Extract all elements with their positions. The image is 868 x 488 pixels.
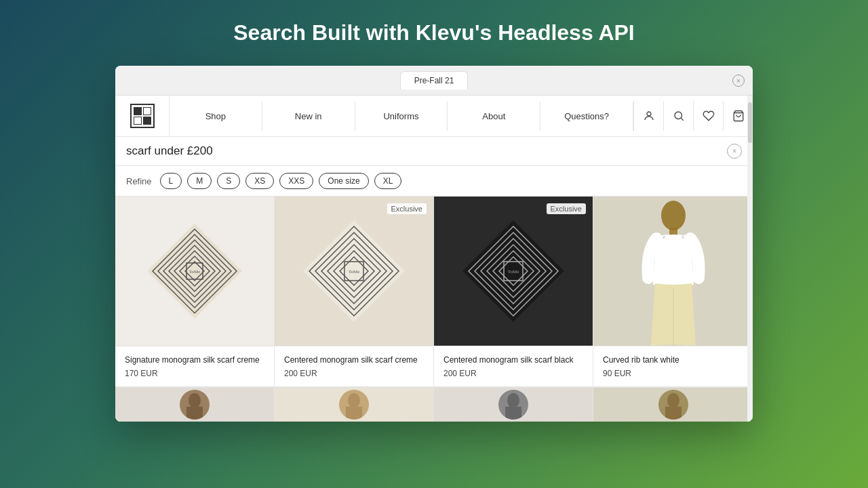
browser-close-button[interactable]: × <box>732 75 745 87</box>
product-price-2: 200 EUR <box>284 369 424 378</box>
svg-point-1 <box>675 112 682 119</box>
product-price-1: 170 EUR <box>125 369 264 378</box>
bottom-item-3[interactable] <box>434 388 593 422</box>
nav-item-questions[interactable]: Questions? <box>540 102 633 131</box>
product-card-3[interactable]: Exclusive ToMe Centered m <box>434 197 593 387</box>
product-price-3: 200 EUR <box>443 369 583 378</box>
bottom-item-4[interactable] <box>593 388 753 422</box>
site-nav: Shop New in Uniforms About Questions? <box>115 96 753 137</box>
product-name-2: Centered monogram silk scarf creme <box>284 354 424 366</box>
search-clear-button[interactable]: × <box>727 144 742 159</box>
size-filter-l[interactable]: L <box>160 173 182 189</box>
size-filter-m[interactable]: M <box>187 173 212 189</box>
account-button[interactable] <box>633 101 663 131</box>
svg-rect-41 <box>346 407 362 420</box>
svg-point-44 <box>667 393 679 408</box>
product-card-4[interactable]: Curved rib tank white 90 EUR <box>593 197 753 387</box>
browser-window: Pre-Fall 21 × Shop New in Uniforms About… <box>115 66 753 422</box>
product-price-4: 90 EUR <box>603 369 743 378</box>
product-image-2: ToMe <box>275 197 433 346</box>
nav-logo[interactable] <box>115 96 170 136</box>
nav-item-new-in[interactable]: New in <box>262 102 355 131</box>
nav-item-shop[interactable]: Shop <box>170 102 262 131</box>
svg-rect-45 <box>665 407 682 420</box>
size-filter-xxs[interactable]: XXS <box>279 173 313 189</box>
browser-tab: Pre-Fall 21 <box>400 71 469 89</box>
browser-topbar: Pre-Fall 21 × <box>115 66 753 96</box>
search-bar: × <box>115 137 753 166</box>
bottom-row <box>115 387 753 422</box>
bottom-item-2[interactable] <box>275 388 434 422</box>
svg-point-38 <box>189 393 201 408</box>
product-info-1: Signature monogram silk scarf creme 170 … <box>115 346 274 386</box>
svg-text:ToMe: ToMe <box>508 269 519 274</box>
svg-point-40 <box>348 393 360 408</box>
product-info-2: Centered monogram silk scarf creme 200 E… <box>275 346 433 386</box>
size-filter-xs[interactable]: XS <box>245 173 274 189</box>
wishlist-button[interactable] <box>693 101 723 131</box>
product-card-2[interactable]: Exclusive ToMe Centered m <box>275 197 434 387</box>
product-name-1: Signature monogram silk scarf creme <box>125 354 264 366</box>
svg-point-0 <box>647 112 651 116</box>
nav-item-uniforms[interactable]: Uniforms <box>355 102 448 131</box>
logo-icon <box>130 104 155 128</box>
page-title: Search Built with Klevu's Headless API <box>233 20 635 45</box>
nav-actions <box>633 101 753 131</box>
size-filter-xl[interactable]: XL <box>374 173 402 189</box>
search-input[interactable] <box>126 144 727 158</box>
product-info-4: Curved rib tank white 90 EUR <box>593 346 753 386</box>
bottom-item-1[interactable] <box>115 388 275 422</box>
products-grid: ToMe Signature monogram silk scarf creme… <box>115 197 753 387</box>
svg-line-36 <box>663 236 665 239</box>
product-badge-3: Exclusive <box>547 203 586 214</box>
browser-content: Shop New in Uniforms About Questions? <box>115 96 753 422</box>
product-image-3: ToMe <box>434 197 593 346</box>
scrollbar[interactable] <box>747 96 753 422</box>
product-badge-2: Exclusive <box>387 203 427 214</box>
product-image-1: ToMe <box>115 197 274 346</box>
svg-point-42 <box>507 393 519 408</box>
product-name-3: Centered monogram silk scarf black <box>443 354 583 366</box>
scrollbar-thumb[interactable] <box>748 102 752 143</box>
nav-item-about[interactable]: About <box>448 102 540 131</box>
svg-text:ToMe: ToMe <box>349 269 360 274</box>
svg-line-37 <box>682 236 684 239</box>
product-image-4 <box>593 197 753 346</box>
product-name-4: Curved rib tank white <box>603 354 743 366</box>
size-filter-one-size[interactable]: One size <box>319 173 368 189</box>
svg-rect-39 <box>186 407 203 420</box>
refine-bar: Refine L M S XS XXS One size XL <box>115 166 753 197</box>
svg-line-2 <box>681 118 683 120</box>
search-button[interactable] <box>663 101 693 131</box>
refine-label: Refine <box>126 176 152 186</box>
size-filter-s[interactable]: S <box>217 173 240 189</box>
product-info-3: Centered monogram silk scarf black 200 E… <box>434 346 593 386</box>
svg-rect-43 <box>505 407 521 420</box>
svg-text:ToMe: ToMe <box>189 269 201 274</box>
svg-point-33 <box>661 201 686 230</box>
nav-items: Shop New in Uniforms About Questions? <box>170 102 633 131</box>
product-card-1[interactable]: ToMe Signature monogram silk scarf creme… <box>115 197 275 387</box>
